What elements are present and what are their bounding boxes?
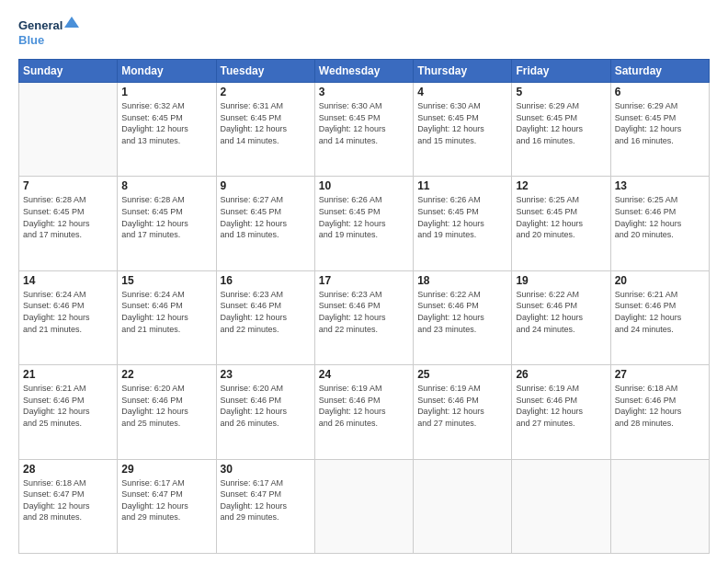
- calendar-cell: 15Sunrise: 6:24 AM Sunset: 6:46 PM Dayli…: [118, 270, 216, 364]
- day-number: 10: [319, 179, 409, 192]
- day-number: 24: [319, 368, 409, 381]
- page: General Blue SundayMondayTuesdayWednesda…: [0, 0, 728, 563]
- day-number: 27: [615, 368, 705, 381]
- calendar-cell: 20Sunrise: 6:21 AM Sunset: 6:46 PM Dayli…: [610, 270, 709, 364]
- calendar-cell: 14Sunrise: 6:24 AM Sunset: 6:46 PM Dayli…: [19, 270, 118, 364]
- calendar-table: SundayMondayTuesdayWednesdayThursdayFrid…: [18, 59, 710, 554]
- day-number: 21: [23, 368, 113, 381]
- day-number: 16: [221, 274, 311, 287]
- day-number: 11: [417, 179, 507, 192]
- day-info: Sunrise: 6:24 AM Sunset: 6:46 PM Dayligh…: [23, 289, 113, 335]
- svg-marker-2: [64, 17, 79, 28]
- calendar-cell: 11Sunrise: 6:26 AM Sunset: 6:45 PM Dayli…: [414, 177, 512, 270]
- calendar-day-header: Tuesday: [216, 60, 314, 83]
- calendar-cell: 8Sunrise: 6:28 AM Sunset: 6:45 PM Daylig…: [118, 177, 216, 270]
- logo: General Blue: [18, 15, 83, 52]
- day-number: 8: [121, 179, 211, 192]
- day-number: 5: [516, 86, 606, 98]
- day-number: 6: [615, 86, 705, 98]
- day-number: 15: [121, 274, 211, 287]
- day-info: Sunrise: 6:26 AM Sunset: 6:45 PM Dayligh…: [319, 194, 409, 240]
- day-info: Sunrise: 6:28 AM Sunset: 6:45 PM Dayligh…: [121, 194, 211, 240]
- day-info: Sunrise: 6:17 AM Sunset: 6:47 PM Dayligh…: [121, 477, 211, 523]
- calendar-cell: [610, 459, 709, 553]
- day-number: 3: [319, 86, 409, 98]
- calendar-cell: 12Sunrise: 6:25 AM Sunset: 6:45 PM Dayli…: [512, 177, 610, 270]
- calendar-day-header: Friday: [512, 60, 610, 83]
- calendar-cell: 13Sunrise: 6:25 AM Sunset: 6:46 PM Dayli…: [610, 177, 709, 270]
- day-number: 30: [221, 463, 311, 476]
- day-number: 23: [221, 368, 311, 381]
- calendar-cell: 10Sunrise: 6:26 AM Sunset: 6:45 PM Dayli…: [314, 177, 413, 270]
- calendar-day-header: Sunday: [19, 60, 118, 83]
- day-info: Sunrise: 6:23 AM Sunset: 6:46 PM Dayligh…: [221, 289, 311, 335]
- calendar-cell: 7Sunrise: 6:28 AM Sunset: 6:45 PM Daylig…: [19, 177, 118, 270]
- day-number: 20: [615, 274, 705, 287]
- day-number: 14: [23, 274, 113, 287]
- calendar-day-header: Monday: [118, 60, 216, 83]
- day-info: Sunrise: 6:29 AM Sunset: 6:45 PM Dayligh…: [516, 100, 606, 146]
- calendar-day-header: Saturday: [610, 60, 709, 83]
- day-info: Sunrise: 6:27 AM Sunset: 6:45 PM Dayligh…: [221, 194, 311, 240]
- day-info: Sunrise: 6:29 AM Sunset: 6:45 PM Dayligh…: [615, 100, 705, 146]
- day-info: Sunrise: 6:19 AM Sunset: 6:46 PM Dayligh…: [417, 383, 507, 429]
- calendar-cell: 29Sunrise: 6:17 AM Sunset: 6:47 PM Dayli…: [118, 459, 216, 553]
- calendar-cell: 27Sunrise: 6:18 AM Sunset: 6:46 PM Dayli…: [610, 365, 709, 459]
- calendar-cell: 4Sunrise: 6:30 AM Sunset: 6:45 PM Daylig…: [414, 83, 512, 177]
- calendar-week-row: 1Sunrise: 6:32 AM Sunset: 6:45 PM Daylig…: [19, 83, 710, 177]
- day-info: Sunrise: 6:30 AM Sunset: 6:45 PM Dayligh…: [319, 100, 409, 146]
- day-info: Sunrise: 6:22 AM Sunset: 6:46 PM Dayligh…: [417, 289, 507, 335]
- day-info: Sunrise: 6:23 AM Sunset: 6:46 PM Dayligh…: [319, 289, 409, 335]
- day-info: Sunrise: 6:26 AM Sunset: 6:45 PM Dayligh…: [417, 194, 507, 240]
- day-number: 17: [319, 274, 409, 287]
- day-number: 4: [417, 86, 507, 98]
- day-info: Sunrise: 6:17 AM Sunset: 6:47 PM Dayligh…: [221, 477, 311, 523]
- day-info: Sunrise: 6:28 AM Sunset: 6:45 PM Dayligh…: [23, 194, 113, 240]
- calendar-cell: 5Sunrise: 6:29 AM Sunset: 6:45 PM Daylig…: [512, 83, 610, 177]
- day-number: 7: [23, 179, 113, 192]
- calendar-cell: [414, 459, 512, 553]
- calendar-cell: 30Sunrise: 6:17 AM Sunset: 6:47 PM Dayli…: [216, 459, 314, 553]
- day-number: 1: [121, 86, 211, 98]
- svg-text:Blue: Blue: [18, 33, 44, 47]
- day-number: 28: [23, 463, 113, 476]
- calendar-cell: [512, 459, 610, 553]
- day-info: Sunrise: 6:19 AM Sunset: 6:46 PM Dayligh…: [319, 383, 409, 429]
- calendar-header-row: SundayMondayTuesdayWednesdayThursdayFrid…: [19, 60, 710, 83]
- calendar-cell: 23Sunrise: 6:20 AM Sunset: 6:46 PM Dayli…: [216, 365, 314, 459]
- calendar-cell: 17Sunrise: 6:23 AM Sunset: 6:46 PM Dayli…: [314, 270, 413, 364]
- day-info: Sunrise: 6:30 AM Sunset: 6:45 PM Dayligh…: [417, 100, 507, 146]
- day-number: 9: [221, 179, 311, 192]
- calendar-week-row: 28Sunrise: 6:18 AM Sunset: 6:47 PM Dayli…: [19, 459, 710, 553]
- calendar-cell: 9Sunrise: 6:27 AM Sunset: 6:45 PM Daylig…: [216, 177, 314, 270]
- day-info: Sunrise: 6:32 AM Sunset: 6:45 PM Dayligh…: [121, 100, 211, 146]
- calendar-cell: 28Sunrise: 6:18 AM Sunset: 6:47 PM Dayli…: [19, 459, 118, 553]
- day-info: Sunrise: 6:25 AM Sunset: 6:45 PM Dayligh…: [516, 194, 606, 240]
- day-number: 19: [516, 274, 606, 287]
- day-number: 13: [615, 179, 705, 192]
- day-info: Sunrise: 6:31 AM Sunset: 6:45 PM Dayligh…: [221, 100, 311, 146]
- day-info: Sunrise: 6:18 AM Sunset: 6:47 PM Dayligh…: [23, 477, 113, 523]
- calendar-cell: 26Sunrise: 6:19 AM Sunset: 6:46 PM Dayli…: [512, 365, 610, 459]
- calendar-day-header: Wednesday: [314, 60, 413, 83]
- calendar-cell: 16Sunrise: 6:23 AM Sunset: 6:46 PM Dayli…: [216, 270, 314, 364]
- header: General Blue: [18, 15, 710, 52]
- day-info: Sunrise: 6:20 AM Sunset: 6:46 PM Dayligh…: [221, 383, 311, 429]
- day-number: 12: [516, 179, 606, 192]
- day-number: 26: [516, 368, 606, 381]
- calendar-cell: 19Sunrise: 6:22 AM Sunset: 6:46 PM Dayli…: [512, 270, 610, 364]
- calendar-week-row: 7Sunrise: 6:28 AM Sunset: 6:45 PM Daylig…: [19, 177, 710, 270]
- day-number: 18: [417, 274, 507, 287]
- calendar-cell: 2Sunrise: 6:31 AM Sunset: 6:45 PM Daylig…: [216, 83, 314, 177]
- day-info: Sunrise: 6:25 AM Sunset: 6:46 PM Dayligh…: [615, 194, 705, 240]
- calendar-cell: 25Sunrise: 6:19 AM Sunset: 6:46 PM Dayli…: [414, 365, 512, 459]
- calendar-cell: 3Sunrise: 6:30 AM Sunset: 6:45 PM Daylig…: [314, 83, 413, 177]
- calendar-cell: [19, 83, 118, 177]
- day-number: 25: [417, 368, 507, 381]
- calendar-cell: [314, 459, 413, 553]
- day-info: Sunrise: 6:20 AM Sunset: 6:46 PM Dayligh…: [121, 383, 211, 429]
- svg-text:General: General: [18, 18, 63, 32]
- calendar-cell: 24Sunrise: 6:19 AM Sunset: 6:46 PM Dayli…: [314, 365, 413, 459]
- calendar-cell: 6Sunrise: 6:29 AM Sunset: 6:45 PM Daylig…: [610, 83, 709, 177]
- calendar-cell: 22Sunrise: 6:20 AM Sunset: 6:46 PM Dayli…: [118, 365, 216, 459]
